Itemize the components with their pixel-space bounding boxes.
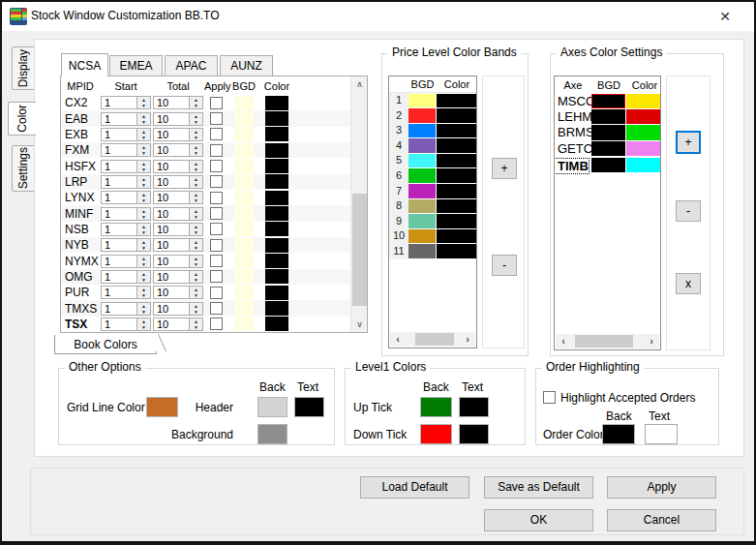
apply-checkbox[interactable] xyxy=(210,112,223,125)
bgd-swatch[interactable] xyxy=(234,191,254,205)
start-spinner[interactable]: 1▲▼ xyxy=(101,302,151,316)
total-spinner[interactable]: 10▲▼ xyxy=(153,270,203,284)
bgd-swatch[interactable] xyxy=(234,206,254,221)
up-tick-back-swatch[interactable] xyxy=(420,397,452,417)
bgd-swatch[interactable] xyxy=(234,269,254,284)
spin-value[interactable]: 1 xyxy=(101,286,137,299)
axes-hscrollbar[interactable]: ‹ › xyxy=(556,334,659,348)
axe-color-swatch[interactable] xyxy=(626,109,661,124)
spin-down-icon[interactable]: ▼ xyxy=(137,119,150,125)
bgd-swatch[interactable] xyxy=(234,238,254,253)
axe-label[interactable]: MSCO xyxy=(555,94,591,108)
tab-aunz[interactable]: AUNZ xyxy=(220,55,273,76)
start-spinner[interactable]: 1▲▼ xyxy=(101,255,151,268)
apply-checkbox[interactable] xyxy=(210,255,223,267)
total-spinner[interactable]: 10▲▼ xyxy=(153,255,203,268)
spin-value[interactable]: 10 xyxy=(153,270,190,284)
down-tick-back-swatch[interactable] xyxy=(420,424,452,444)
band-color-swatch[interactable] xyxy=(437,199,476,214)
band-color-swatch[interactable] xyxy=(437,214,476,228)
spin-value[interactable]: 1 xyxy=(101,112,137,126)
axe-label[interactable]: TIMB xyxy=(555,159,589,173)
price-bands-hscrollbar[interactable]: ‹ › xyxy=(390,332,475,347)
spin-down-icon[interactable]: ▼ xyxy=(137,229,150,235)
scrollbar-thumb[interactable] xyxy=(352,194,367,306)
book-colors-bottom-tab[interactable]: Book Colors xyxy=(54,335,157,354)
tab-color[interactable]: Color xyxy=(8,102,36,136)
scroll-left-icon[interactable]: ‹ xyxy=(390,332,406,347)
spin-down-icon[interactable]: ▼ xyxy=(137,309,150,315)
spin-down-icon[interactable]: ▼ xyxy=(190,229,202,235)
spin-down-icon[interactable]: ▼ xyxy=(190,167,202,172)
spin-down-icon[interactable]: ▼ xyxy=(137,103,150,108)
band-bgd-swatch[interactable] xyxy=(408,229,436,244)
start-spinner[interactable]: 1▲▼ xyxy=(101,143,151,157)
spin-value[interactable]: 1 xyxy=(101,255,137,268)
spin-value[interactable]: 10 xyxy=(153,175,190,189)
color-swatch[interactable] xyxy=(265,206,288,221)
bgd-swatch[interactable] xyxy=(234,317,254,331)
axe-label[interactable]: LEHM xyxy=(555,109,591,124)
total-spinner[interactable]: 10▲▼ xyxy=(153,318,203,331)
color-swatch[interactable] xyxy=(265,127,288,141)
spin-value[interactable]: 1 xyxy=(101,238,137,252)
band-color-swatch[interactable] xyxy=(437,244,476,258)
apply-checkbox[interactable] xyxy=(210,318,223,330)
bgd-swatch[interactable] xyxy=(234,127,254,141)
spin-down-icon[interactable]: ▼ xyxy=(137,135,150,140)
apply-checkbox[interactable] xyxy=(210,144,223,157)
axe-bgd-swatch[interactable] xyxy=(591,141,625,156)
spin-down-icon[interactable]: ▼ xyxy=(137,182,150,188)
ok-button[interactable]: OK xyxy=(484,509,593,531)
color-swatch[interactable] xyxy=(265,317,288,331)
spin-value[interactable]: 1 xyxy=(101,160,137,173)
spin-value[interactable]: 10 xyxy=(153,207,190,221)
highlight-accepted-orders-checkbox[interactable] xyxy=(543,391,556,404)
spin-down-icon[interactable]: ▼ xyxy=(137,150,150,156)
apply-checkbox[interactable] xyxy=(210,270,223,283)
scroll-right-icon[interactable]: › xyxy=(644,334,659,348)
up-tick-text-swatch[interactable] xyxy=(459,397,489,417)
spin-down-icon[interactable]: ▼ xyxy=(190,103,202,108)
color-swatch[interactable] xyxy=(265,301,288,316)
order-color-text-swatch[interactable] xyxy=(645,424,678,444)
color-swatch[interactable] xyxy=(265,96,288,110)
band-color-swatch[interactable] xyxy=(437,168,476,183)
spin-down-icon[interactable]: ▼ xyxy=(137,261,150,267)
header-back-swatch[interactable] xyxy=(257,397,287,417)
spin-down-icon[interactable]: ▼ xyxy=(137,245,150,251)
apply-checkbox[interactable] xyxy=(210,239,223,252)
spin-value[interactable]: 10 xyxy=(153,143,190,157)
apply-checkbox[interactable] xyxy=(210,175,223,188)
spin-down-icon[interactable]: ▼ xyxy=(137,324,150,330)
spin-value[interactable]: 10 xyxy=(153,112,190,126)
color-swatch[interactable] xyxy=(265,238,288,253)
spin-value[interactable]: 1 xyxy=(101,96,137,109)
axe-bgd-swatch[interactable] xyxy=(591,94,625,108)
total-spinner[interactable]: 10▲▼ xyxy=(153,143,203,157)
apply-checkbox[interactable] xyxy=(210,223,223,235)
spin-down-icon[interactable]: ▼ xyxy=(190,135,202,140)
spin-value[interactable]: 10 xyxy=(153,223,190,236)
spin-value[interactable]: 1 xyxy=(101,175,137,189)
spin-down-icon[interactable]: ▼ xyxy=(190,150,202,156)
total-spinner[interactable]: 10▲▼ xyxy=(153,238,203,252)
apply-checkbox[interactable] xyxy=(210,128,223,140)
spin-value[interactable]: 10 xyxy=(153,318,190,331)
tab-emea[interactable]: EMEA xyxy=(109,55,163,76)
spin-value[interactable]: 10 xyxy=(153,160,190,173)
clear-axes-button[interactable]: x xyxy=(676,273,701,294)
spin-value[interactable]: 1 xyxy=(101,191,137,204)
bgd-swatch[interactable] xyxy=(234,301,254,316)
start-spinner[interactable]: 1▲▼ xyxy=(101,175,151,189)
bgd-swatch[interactable] xyxy=(234,222,254,236)
save-as-default-button[interactable]: Save as Default xyxy=(484,476,593,499)
book-table-vscrollbar[interactable]: ∧ ∨ xyxy=(350,76,367,332)
spin-value[interactable]: 1 xyxy=(101,207,137,221)
total-spinner[interactable]: 10▲▼ xyxy=(153,96,203,109)
spin-down-icon[interactable]: ▼ xyxy=(137,167,150,172)
start-spinner[interactable]: 1▲▼ xyxy=(101,191,151,204)
band-color-swatch[interactable] xyxy=(437,138,476,153)
cancel-button[interactable]: Cancel xyxy=(607,509,716,531)
color-swatch[interactable] xyxy=(265,174,288,189)
